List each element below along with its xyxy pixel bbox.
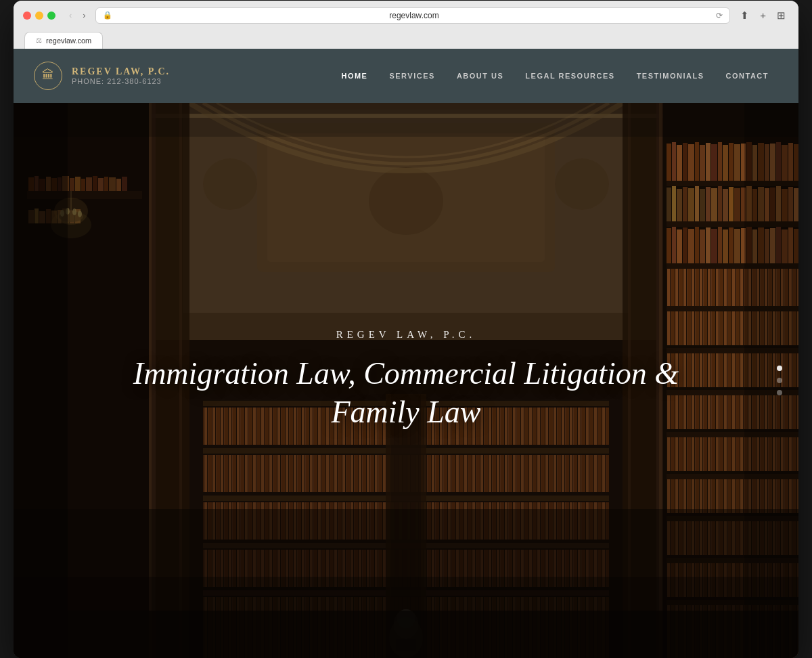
share-button[interactable]: ⬆ — [737, 8, 752, 23]
slide-dot-3[interactable] — [777, 390, 782, 395]
nav-services[interactable]: SERVICES — [380, 65, 444, 87]
website-content: 🏛 REGEV LAW, P.C. PHONE: 212-380-6123 HO… — [14, 49, 798, 658]
tab-favicon: ⚖ — [36, 37, 42, 44]
forward-button[interactable]: › — [80, 9, 88, 21]
browser-chrome: ‹ › 🔒 regevlaw.com ⟳ ⬆ + ⊞ ⚖ regevlaw.co… — [14, 1, 798, 49]
browser-controls: ‹ › — [66, 9, 89, 21]
slide-indicators — [777, 366, 782, 395]
active-tab[interactable]: ⚖ regevlaw.com — [24, 32, 103, 49]
hero-content: REGEV LAW, P.C. Immigration Law, Commerc… — [115, 315, 697, 445]
fullscreen-button[interactable] — [47, 12, 55, 20]
logo-symbol: 🏛 — [42, 68, 54, 83]
hero-firm-name: REGEV LAW, P.C. — [129, 329, 683, 341]
logo-area[interactable]: 🏛 REGEV LAW, P.C. PHONE: 212-380-6123 — [34, 62, 170, 90]
traffic-lights — [23, 12, 55, 20]
nav-links: HOME SERVICES ABOUT US LEGAL RESOURCES T… — [332, 65, 778, 87]
nav-about[interactable]: ABOUT US — [447, 65, 513, 87]
logo-text: REGEV LAW, P.C. PHONE: 212-380-6123 — [72, 66, 170, 85]
hero-section: REGEV LAW, P.C. Immigration Law, Commerc… — [14, 103, 798, 658]
hero-tagline: Immigration Law, Commercial Litigation &… — [129, 354, 683, 432]
tab-bar: ⚖ regevlaw.com — [23, 32, 789, 49]
nav-home[interactable]: HOME — [332, 65, 377, 87]
site-nav: 🏛 REGEV LAW, P.C. PHONE: 212-380-6123 HO… — [14, 49, 798, 103]
nav-contact[interactable]: CONTACT — [717, 65, 778, 87]
tab-overview-button[interactable]: ⊞ — [773, 8, 789, 23]
nav-legal-resources[interactable]: LEGAL RESOURCES — [516, 65, 624, 87]
back-button[interactable]: ‹ — [66, 9, 74, 21]
slide-dot-1[interactable] — [777, 366, 782, 371]
close-button[interactable] — [23, 12, 31, 20]
minimize-button[interactable] — [35, 12, 43, 20]
lock-icon: 🔒 — [103, 11, 112, 20]
slide-dot-2[interactable] — [777, 378, 782, 383]
url-text: regevlaw.com — [116, 11, 713, 20]
browser-actions: ⬆ + ⊞ — [737, 8, 789, 23]
address-bar[interactable]: 🔒 regevlaw.com ⟳ — [95, 7, 731, 24]
firm-phone: PHONE: 212-380-6123 — [72, 77, 170, 85]
reload-icon[interactable]: ⟳ — [716, 11, 723, 20]
firm-name-logo: REGEV LAW, P.C. — [72, 66, 170, 77]
browser-window: ‹ › 🔒 regevlaw.com ⟳ ⬆ + ⊞ ⚖ regevlaw.co… — [14, 1, 798, 658]
nav-testimonials[interactable]: TESTIMONIALS — [627, 65, 714, 87]
new-tab-button[interactable]: + — [757, 8, 769, 22]
logo-icon: 🏛 — [34, 62, 62, 90]
browser-top-bar: ‹ › 🔒 regevlaw.com ⟳ ⬆ + ⊞ — [23, 7, 789, 24]
tab-label: regevlaw.com — [46, 37, 91, 45]
